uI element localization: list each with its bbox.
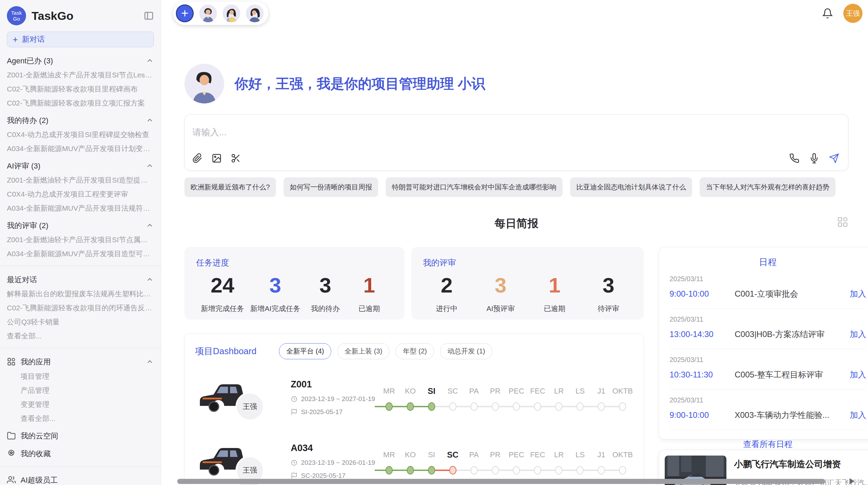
chat-input[interactable]: 请输入... [184, 114, 848, 171]
project-row[interactable]: 王强 A034 2023-12-19 ~ 2026-01-19 SC-2025-… [195, 435, 633, 485]
milestone-dot[interactable] [619, 466, 626, 475]
milestone-dot[interactable] [407, 402, 414, 411]
project-row[interactable]: 王强 Z001 2023-12-19 ~ 2027-01-19 SI-2025-… [195, 372, 633, 423]
milestone-dot[interactable] [598, 466, 605, 475]
milestone-dot[interactable] [385, 402, 393, 411]
milestone-dot[interactable] [449, 402, 456, 411]
dashboard-filter-chip[interactable]: 全新平台 (4) [279, 343, 331, 359]
app-item[interactable]: 产品管理 [21, 387, 154, 394]
sidebar-task-item[interactable]: A034-全新新能源MUV产品开发项目造型可行性评审 [7, 250, 154, 258]
chevron-up-icon[interactable] [146, 162, 154, 170]
add-contact-button[interactable]: + [176, 4, 194, 22]
join-meeting-link[interactable]: 加入 [850, 410, 866, 421]
schedule-time: 10:30-11:30 [670, 370, 735, 380]
sidebar-tool[interactable]: AI超级员工 [7, 475, 154, 484]
stats-card-title: 任务进度 [196, 257, 393, 268]
apps-view-all-link[interactable]: 查看全部... [21, 415, 154, 422]
contact-avatar-2[interactable] [222, 4, 240, 22]
view-all-schedule-link[interactable]: 查看所有日程 [670, 430, 866, 450]
join-meeting-link[interactable]: 加入 [850, 369, 866, 380]
horizontal-scrollbar[interactable] [177, 479, 825, 484]
send-icon[interactable] [829, 153, 839, 163]
app-item[interactable]: 变更管理 [21, 401, 154, 408]
milestone-dot[interactable] [428, 402, 435, 411]
milestone-dot[interactable] [428, 466, 435, 475]
milestone-dot[interactable] [577, 466, 584, 475]
chevron-up-icon[interactable] [146, 221, 154, 229]
milestone-dot[interactable] [577, 402, 584, 411]
app-item[interactable]: 项目管理 [21, 373, 154, 380]
sidebar-task-item[interactable]: C02-飞腾新能源轻客改款项目立项汇报方案 [7, 99, 154, 107]
user-avatar[interactable]: 王强 [843, 4, 863, 23]
suggestion-chip[interactable]: 比亚迪全固态电池计划具体说了什么 [570, 177, 692, 197]
sidebar-task-item[interactable]: Z001-全新燃油皮卡产品开发项目SI节点Lesson Learn报告 [7, 71, 154, 79]
image-icon[interactable] [212, 153, 222, 163]
sidebar-section-header[interactable]: 我的评审 (2) [7, 221, 154, 229]
milestone-dot[interactable] [470, 402, 478, 411]
my-apps-header[interactable]: 我的应用 [7, 357, 154, 366]
chevron-up-icon[interactable] [146, 275, 154, 284]
recent-view-all-link[interactable]: 查看全部... [7, 332, 154, 340]
chevron-up-icon[interactable] [146, 57, 154, 65]
project-code[interactable]: A034 [291, 443, 378, 453]
chevron-up-icon[interactable] [146, 358, 154, 366]
milestone-dot[interactable] [492, 402, 499, 411]
milestone-dot[interactable] [555, 402, 563, 411]
dashboard-filter-chip[interactable]: 全新上装 (3) [337, 343, 389, 359]
sidebar-task-item[interactable]: C02-飞腾新能源轻客改款项目里程碑画布 [7, 85, 154, 93]
schedule-event-title[interactable]: C001-立项审批会 [735, 288, 844, 299]
milestone-dot[interactable] [470, 466, 478, 475]
sidebar-task-item[interactable]: Z001-全新燃油轻卡产品开发项目SI造型提交物评审 [7, 176, 154, 184]
milestone-dot[interactable] [534, 402, 541, 411]
schedule-event-title[interactable]: C003|H0B-方案冻结评审 [735, 329, 844, 340]
dashboard-filter-chip[interactable]: 动总开发 (1) [440, 343, 492, 359]
sidebar-task-item[interactable]: A034-全新新能源MUV产品开发项目法规符合性评审 [7, 204, 154, 212]
recent-conversations-header[interactable]: 最近对话 [7, 275, 154, 284]
milestone-dot[interactable] [619, 402, 626, 411]
milestone-dot[interactable] [385, 466, 393, 475]
scissors-icon[interactable] [231, 153, 241, 163]
sidebar-task-item[interactable]: A034-全新新能源MUV产品开发项目计划变更表编写 [7, 145, 154, 152]
sidebar-task-item[interactable]: C0X4-动力总成开发项目SI里程碑提交物检查 [7, 131, 154, 138]
new-chat-button[interactable]: + 新对话 [7, 32, 154, 47]
schedule-event-title[interactable]: C005-整车工程目标评审 [735, 369, 844, 380]
milestone-dot[interactable] [534, 466, 541, 475]
layout-grid-icon[interactable] [837, 216, 848, 228]
chevron-up-icon[interactable] [146, 116, 154, 124]
milestone-dot[interactable] [492, 466, 499, 475]
contact-avatar-1[interactable] [199, 4, 217, 22]
suggestion-chip[interactable]: 如何写一份清晰的项目周报 [284, 177, 378, 197]
phone-icon[interactable] [789, 153, 799, 163]
milestone-dot[interactable] [598, 402, 605, 411]
microphone-icon[interactable] [809, 153, 819, 163]
join-meeting-link[interactable]: 加入 [850, 329, 866, 340]
sidebar-collapse-icon[interactable] [144, 11, 154, 21]
paperclip-icon[interactable] [192, 153, 203, 163]
contact-avatar-3[interactable] [246, 4, 264, 22]
sidebar-section-header[interactable]: Agent已办 (3) [7, 57, 154, 65]
milestone-dot[interactable] [555, 466, 563, 475]
sidebar-task-item[interactable]: Z001-全新燃油轻卡产品开发项目SI节点属性5D文件评审 [7, 236, 154, 244]
suggestion-chip[interactable]: 当下年轻人对汽车外观有怎样的喜好趋势 [700, 177, 835, 197]
sidebar-task-item[interactable]: C0X4-动力总成开发项目工程变更评审 [7, 190, 154, 198]
recent-conversation-item[interactable]: 公司Q3轻卡销量 [7, 318, 154, 326]
milestone-dot[interactable] [513, 466, 520, 475]
suggestion-chip[interactable]: 欧洲新规最近颁布了什么? [184, 177, 276, 197]
sidebar-section-header[interactable]: AI评审 (3) [7, 162, 154, 170]
schedule-event-title[interactable]: X003-车辆动力学性能验... [735, 410, 844, 421]
recent-conversation-item[interactable]: 解释最新出台的欧盟报废车法规再生塑料比例被调至15%... [7, 290, 154, 298]
sidebar-section-header[interactable]: 我的待办 (2) [7, 116, 154, 124]
recent-conversation-item[interactable]: C02-飞腾新能源轻客改款项目的闭环通告反馈情况 [7, 304, 154, 312]
section-title: AI评审 (3) [7, 162, 40, 170]
join-meeting-link[interactable]: 加入 [850, 288, 866, 299]
sidebar-link[interactable]: 我的收藏 [7, 449, 154, 458]
dashboard-filter-chip[interactable]: 年型 (2) [396, 343, 434, 359]
milestone-dot[interactable] [513, 402, 520, 411]
sidebar-link[interactable]: 我的云空间 [7, 431, 154, 440]
suggestion-chip[interactable]: 特朗普可能对进口汽车增税会对中国车企造成哪些影响 [386, 177, 563, 197]
milestone-dot[interactable] [407, 466, 414, 475]
notification-bell-icon[interactable] [822, 8, 833, 19]
project-code[interactable]: Z001 [291, 379, 378, 390]
milestone-dot[interactable] [449, 466, 456, 475]
scroll-right-arrow[interactable] [849, 478, 854, 484]
